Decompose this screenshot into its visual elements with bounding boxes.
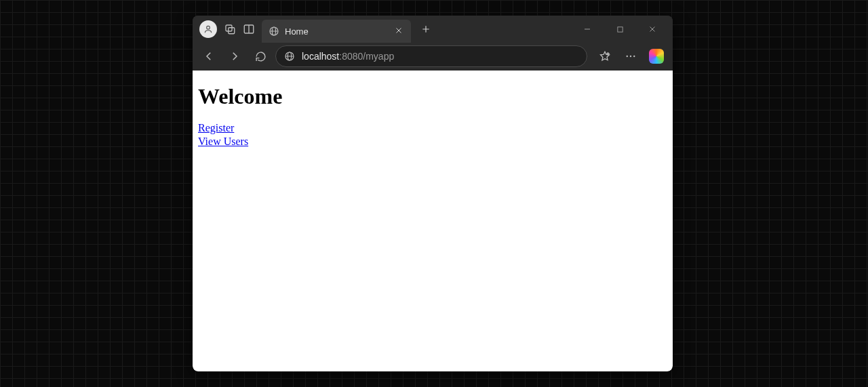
minimize-icon	[583, 25, 591, 33]
browser-tab[interactable]: Home	[262, 20, 411, 43]
svg-point-23	[633, 56, 635, 57]
site-info-icon	[284, 51, 295, 62]
address-text: localhost:8080/myapp	[302, 51, 394, 62]
window-close-button[interactable]	[637, 18, 667, 40]
refresh-icon	[255, 51, 267, 62]
svg-rect-13	[617, 26, 622, 31]
page-heading: Welcome	[198, 84, 667, 109]
copilot-icon	[649, 49, 664, 64]
address-bar[interactable]: localhost:8080/myapp	[275, 45, 587, 67]
more-button[interactable]	[620, 45, 642, 67]
svg-point-21	[627, 56, 628, 57]
favorites-button[interactable]	[594, 45, 616, 67]
window-maximize-button[interactable]	[605, 18, 635, 40]
workspaces-button[interactable]	[224, 23, 236, 35]
address-rest: :8080/myapp	[339, 51, 394, 62]
close-icon	[395, 26, 404, 35]
new-tab-button[interactable]	[416, 20, 435, 39]
refresh-button[interactable]	[250, 45, 271, 67]
maximize-icon	[616, 26, 624, 33]
copilot-button[interactable]	[646, 45, 667, 67]
address-host: localhost	[302, 51, 339, 62]
plus-icon	[421, 24, 431, 34]
forward-button[interactable]	[224, 45, 245, 67]
back-button[interactable]	[198, 45, 220, 67]
svg-point-0	[207, 26, 210, 29]
browser-window: Home	[193, 16, 673, 371]
page-viewport: Welcome Register View Users	[193, 70, 673, 371]
forward-icon	[229, 50, 241, 62]
back-icon	[203, 50, 215, 62]
profile-button[interactable]	[199, 20, 217, 38]
workspaces-icon	[224, 23, 236, 35]
window-close-icon	[648, 25, 656, 33]
tab-close-button[interactable]	[395, 26, 404, 36]
more-icon	[625, 50, 637, 62]
titlebar: Home	[193, 16, 673, 43]
toolbar: localhost:8080/myapp	[193, 43, 673, 70]
svg-point-22	[630, 56, 631, 57]
split-screen-icon	[243, 23, 255, 35]
globe-icon	[269, 26, 279, 37]
window-minimize-button[interactable]	[572, 18, 602, 40]
favorite-icon	[599, 50, 611, 62]
person-icon	[203, 24, 213, 34]
register-link[interactable]: Register	[198, 122, 234, 134]
view-users-link[interactable]: View Users	[198, 136, 248, 147]
split-screen-button[interactable]	[243, 23, 255, 35]
tab-title: Home	[285, 26, 389, 37]
